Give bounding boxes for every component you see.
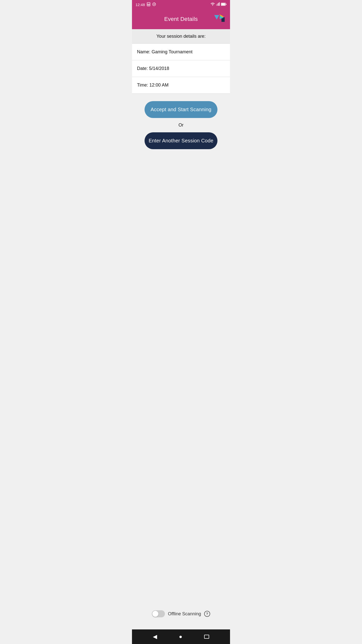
sync-icon [152,2,156,7]
event-date-row: Date: 5/14/2018 [132,60,230,77]
signal-icon [216,2,220,7]
header-title: Event Details [164,16,198,22]
toggle-track [152,610,165,617]
svg-rect-3 [148,5,150,5]
svg-rect-12 [221,3,225,6]
svg-point-5 [154,4,155,5]
svg-rect-0 [147,3,150,6]
session-details-label: Your session details are: [132,29,230,44]
svg-marker-18 [214,20,219,25]
battery-icon [221,2,227,7]
svg-rect-9 [218,3,219,6]
action-area: Accept and Start Scanning Or Enter Anoth… [132,94,230,629]
offline-scanning-row: Offline Scanning ? [148,605,214,624]
app-header: Event Details [132,9,230,29]
event-name-row: Name: Gaming Tournament [132,44,230,60]
or-divider: Or [178,123,184,128]
status-bar: 12:48 [132,0,230,9]
back-icon: ◀ [153,633,157,640]
status-time: 12:48 [135,3,145,7]
svg-point-6 [212,5,213,6]
toggle-thumb [152,611,158,617]
svg-rect-13 [226,4,227,5]
offline-toggle[interactable] [152,610,165,617]
nav-back-button[interactable]: ◀ [151,631,159,642]
sim-icon [147,2,151,7]
accept-scan-button[interactable]: Accept and Start Scanning [145,101,217,118]
status-icons-right [210,2,227,7]
offline-help-icon[interactable]: ? [204,611,210,617]
svg-rect-1 [148,4,148,5]
nav-bar: ◀ ● [132,629,230,644]
nav-recent-button[interactable] [202,633,211,641]
svg-rect-10 [219,2,220,6]
svg-rect-7 [216,4,217,6]
svg-rect-2 [149,4,150,5]
svg-rect-8 [217,4,218,6]
svg-marker-15 [214,15,219,20]
wifi-icon [210,2,215,7]
app-logo [212,12,226,26]
nav-home-button[interactable]: ● [177,631,184,642]
event-time-row: Time: 12:00 AM [132,77,230,94]
status-bar-left: 12:48 [135,2,156,7]
enter-session-code-button[interactable]: Enter Another Session Code [145,132,217,149]
home-icon: ● [179,633,182,640]
offline-label: Offline Scanning [168,611,201,617]
recent-icon [204,635,209,639]
